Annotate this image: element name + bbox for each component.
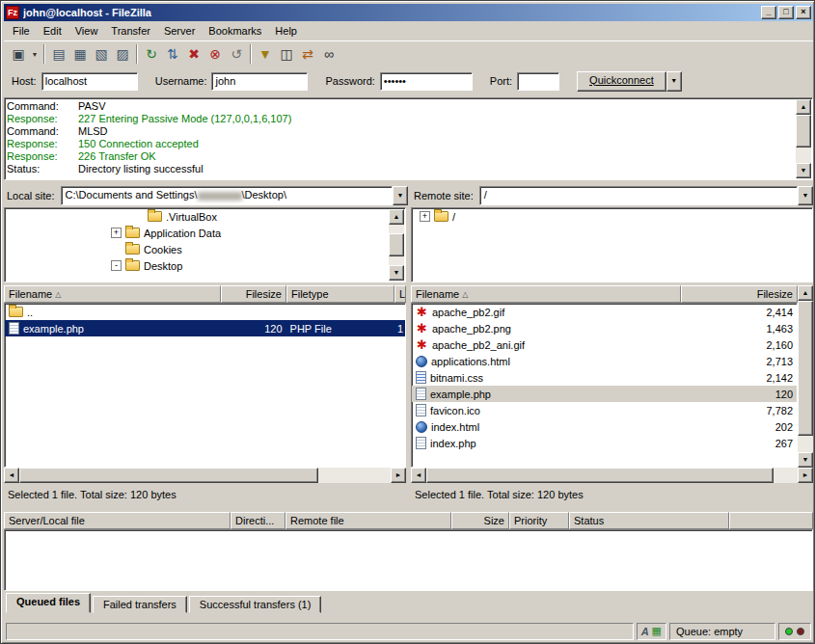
scroll-up-icon[interactable]: ▲ [796, 99, 811, 115]
toggle-message-log-icon[interactable]: ▤ [48, 43, 69, 65]
remote-list-scrollbar[interactable]: ▲ ▼ [798, 285, 813, 468]
table-row[interactable]: applications.html 2,713 [412, 353, 797, 369]
transfer-type-icon[interactable]: A [641, 626, 649, 637]
local-combo-dropdown-icon[interactable]: ▼ [393, 186, 408, 205]
column-header-filename[interactable]: Filename△ [4, 285, 221, 303]
queue-list[interactable] [4, 529, 813, 591]
tree-item-application-data[interactable]: + Application Data [5, 225, 405, 241]
tree-expander-icon[interactable]: + [111, 228, 122, 238]
tree-expander-icon[interactable]: - [111, 260, 122, 271]
menu-file[interactable]: File [6, 23, 37, 39]
column-header-last-modified[interactable]: L [394, 285, 406, 303]
file-name: bitnami.css [430, 372, 483, 384]
tree-item-desktop[interactable]: - Desktop [5, 257, 405, 274]
column-header-server-local-file[interactable]: Server/Local file [4, 512, 231, 529]
toggle-remote-tree-icon[interactable]: ▧ [91, 43, 112, 65]
port-input[interactable] [517, 72, 559, 91]
menu-edit[interactable]: Edit [37, 23, 68, 39]
remote-list-hscrollbar[interactable]: ◄ ► [411, 468, 813, 483]
local-site-combobox[interactable]: C:\Documents and Settings\\Desktop\ ▼ [61, 186, 408, 205]
scroll-up-icon[interactable]: ▲ [798, 285, 813, 301]
remote-combo-dropdown-icon[interactable]: ▼ [798, 186, 813, 205]
scroll-down-icon[interactable]: ▼ [389, 265, 404, 281]
speed-limits-icon[interactable]: ▦ [652, 625, 662, 637]
quickconnect-dropdown-icon[interactable]: ▼ [666, 71, 682, 92]
folder-icon [434, 211, 448, 222]
find-icon[interactable]: ∞ [318, 43, 340, 65]
table-row[interactable]: bitnami.css 2,142 [412, 369, 797, 386]
table-row[interactable]: ✱apache_pb2.gif 2,414 [412, 304, 797, 320]
menu-server[interactable]: Server [157, 23, 202, 39]
username-input[interactable]: john [211, 72, 308, 91]
tree-item-virtualbox[interactable]: .VirtualBox [5, 208, 405, 225]
local-tree-scrollbar-thumb[interactable] [389, 233, 404, 256]
tree-item-root[interactable]: + / [412, 208, 812, 225]
tab-successful-transfers[interactable]: Successful transfers (1) [189, 596, 322, 613]
disconnect-icon[interactable]: ⊗ [204, 43, 226, 65]
scroll-down-icon[interactable]: ▼ [798, 452, 813, 468]
compare-icon[interactable]: ◫ [276, 43, 297, 65]
sort-ascending-icon: △ [55, 290, 61, 299]
local-list-hscrollbar[interactable]: ◄ ► [4, 468, 406, 483]
column-header-filesize[interactable]: Filesize [681, 285, 798, 303]
menu-view[interactable]: View [68, 23, 105, 39]
sync-browsing-icon[interactable]: ⇄ [297, 43, 318, 65]
column-header-remote-file[interactable]: Remote file [285, 512, 451, 529]
password-input[interactable]: •••••• [380, 72, 473, 91]
table-row[interactable]: ✱apache_pb2.png 1,463 [412, 320, 797, 336]
tree-expander-icon[interactable]: + [420, 211, 430, 222]
tab-queued-files[interactable]: Queued files [6, 593, 91, 613]
minimize-button[interactable]: _ [761, 6, 776, 19]
scroll-right-icon[interactable]: ► [391, 468, 406, 483]
filter-icon[interactable]: ▼ [255, 43, 276, 65]
log-scrollbar-thumb[interactable] [796, 115, 811, 148]
quickconnect-button[interactable]: Quickconnect [577, 71, 666, 92]
table-row[interactable]: favicon.ico 7,782 [412, 402, 797, 418]
site-manager-dropdown-icon[interactable]: ▼ [29, 43, 41, 65]
reconnect-icon[interactable]: ↺ [226, 43, 247, 65]
image-file-icon: ✱ [416, 322, 428, 335]
column-header-filesize[interactable]: Filesize [221, 285, 286, 303]
remote-scrollbar-thumb[interactable] [798, 301, 813, 436]
column-header-priority[interactable]: Priority [509, 512, 569, 529]
column-header-filename[interactable]: Filename△ [411, 285, 681, 303]
remote-hscrollbar-thumb[interactable] [426, 468, 774, 483]
scroll-left-icon[interactable]: ◄ [4, 468, 19, 483]
scroll-up-icon[interactable]: ▲ [389, 209, 404, 225]
table-row[interactable]: index.html 202 [412, 418, 797, 435]
table-row[interactable]: ✱apache_pb2_ani.gif 2,160 [412, 336, 797, 353]
cancel-icon[interactable]: ✖ [183, 43, 204, 65]
tree-item-cookies[interactable]: Cookies [5, 241, 405, 257]
host-input[interactable]: localhost [41, 72, 138, 91]
site-manager-icon[interactable]: ▣ [8, 43, 29, 65]
maximize-button[interactable]: □ [778, 6, 794, 19]
local-path-value[interactable]: C:\Documents and Settings\\Desktop\ [61, 186, 393, 205]
menu-help[interactable]: Help [268, 23, 304, 39]
tree-item-label: .VirtualBox [166, 211, 217, 223]
column-header-direction[interactable]: Directi... [231, 512, 285, 529]
column-header-status[interactable]: Status [569, 512, 729, 529]
toggle-local-tree-icon[interactable]: ▦ [69, 43, 91, 65]
menu-bookmarks[interactable]: Bookmarks [202, 23, 268, 39]
remote-site-combobox[interactable]: / ▼ [479, 186, 813, 205]
local-hscrollbar-thumb[interactable] [19, 468, 318, 483]
toggle-transfer-queue-icon[interactable]: ▨ [112, 43, 133, 65]
table-row-selected[interactable]: example.php 120 [412, 386, 797, 402]
column-header-filetype[interactable]: Filetype [286, 285, 394, 303]
toolbar-separator [250, 44, 252, 64]
file-name: apache_pb2.png [432, 323, 511, 335]
column-header-size[interactable]: Size [451, 512, 509, 529]
table-row[interactable]: index.php 267 [412, 435, 797, 451]
refresh-icon[interactable]: ↻ [141, 43, 162, 65]
remote-path-value[interactable]: / [479, 186, 798, 205]
process-queue-icon[interactable]: ⇅ [162, 43, 183, 65]
scroll-down-icon[interactable]: ▼ [796, 163, 811, 178]
table-row-selected[interactable]: example.php 120 PHP File 1 [5, 320, 405, 336]
scroll-right-icon[interactable]: ► [798, 468, 813, 483]
close-button[interactable]: × [796, 6, 811, 19]
table-row[interactable]: .. [5, 304, 405, 320]
tab-failed-transfers[interactable]: Failed transfers [93, 596, 187, 613]
menu-transfer[interactable]: Transfer [104, 23, 157, 39]
titlebar[interactable]: Fz john@localhost - FileZilla _ □ × [4, 4, 813, 21]
scroll-left-icon[interactable]: ◄ [411, 468, 426, 483]
